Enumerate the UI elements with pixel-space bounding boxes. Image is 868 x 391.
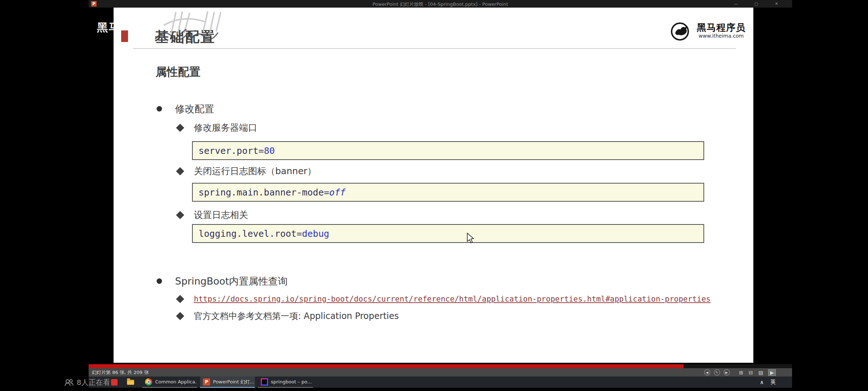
powerpoint-icon: P bbox=[203, 378, 210, 386]
previous-slide-button[interactable]: ◀ bbox=[704, 369, 710, 375]
slideshow-view-button[interactable]: ▶ bbox=[769, 370, 775, 375]
viewers-count: 8人正在看 bbox=[77, 378, 110, 387]
viewers-icon bbox=[64, 379, 74, 387]
code-value: off bbox=[329, 187, 345, 198]
red-app-icon[interactable] bbox=[111, 379, 118, 386]
mouse-cursor bbox=[467, 233, 476, 244]
tray-chevron-icon[interactable]: ∧ bbox=[760, 379, 764, 386]
item-label: 关闭运行日志图标（banner） bbox=[194, 165, 316, 177]
code-key: logging.level.root= bbox=[199, 228, 302, 239]
diamond-bullet-icon bbox=[176, 167, 184, 176]
slide-sorter-view-button[interactable]: ⊟ bbox=[749, 370, 753, 375]
code-value: debug bbox=[302, 228, 329, 239]
next-slide-button[interactable]: ▶ bbox=[724, 369, 730, 375]
item-label: 修改服务器端口 bbox=[194, 122, 257, 134]
bullet-icon bbox=[157, 106, 162, 112]
itheima-logo-icon bbox=[671, 22, 689, 41]
ime-indicator[interactable]: 英 bbox=[770, 379, 776, 386]
intellij-icon bbox=[261, 378, 268, 386]
diamond-bullet-icon bbox=[176, 312, 184, 320]
reading-view-button[interactable]: ▤ bbox=[758, 370, 763, 375]
code-snippet: logging.level.root=debug bbox=[192, 224, 704, 243]
brand-name: 黑马程序员 bbox=[692, 22, 750, 33]
diamond-bullet-icon bbox=[176, 295, 184, 303]
minimize-button[interactable]: — bbox=[731, 1, 741, 6]
code-key: spring.main.banner-mode= bbox=[199, 187, 329, 198]
code-value: 80 bbox=[264, 146, 275, 156]
restore-button[interactable]: ▢ bbox=[752, 1, 761, 6]
spring-docs-link[interactable]: https://docs.spring.io/spring-boot/docs/… bbox=[194, 294, 711, 304]
taskbar-app-label: springboot – po... bbox=[271, 379, 312, 384]
slideshow-progress-fill bbox=[89, 364, 684, 368]
pen-annotations bbox=[114, 8, 367, 55]
taskbar-app-intellij[interactable]: springboot – po... bbox=[258, 377, 313, 388]
code-snippet: server.port=80 bbox=[192, 141, 704, 160]
code-snippet: spring.main.banner-mode=off bbox=[192, 183, 704, 202]
viewers-overlay: 8人正在看 bbox=[64, 378, 110, 387]
diamond-bullet-icon bbox=[176, 211, 184, 219]
normal-view-button[interactable]: ⊞ bbox=[739, 370, 744, 375]
statusbar: 幻灯片第 86 张, 共 209 张 ◀ ✎ ▶ ⊞ ⊟ ▤ ▶ bbox=[89, 368, 792, 377]
taskbar-app-label: PowerPoint 幻灯... bbox=[213, 379, 254, 385]
recorded-screen: P PowerPoint 幻灯片放映 - [04-SpringBoot.pptx… bbox=[89, 0, 792, 388]
slide-counter: 幻灯片第 86 张, 共 209 张 bbox=[92, 369, 149, 376]
slide-canvas: 基础配置 黑马程序员 www.itheima.com 属性配置 修改配置 修改服… bbox=[114, 8, 753, 363]
taskbar: Common Applica... P PowerPoint 幻灯... spr… bbox=[89, 377, 792, 388]
window-title: PowerPoint 幻灯片放映 - [04-SpringBoot.pptx] … bbox=[89, 1, 792, 8]
taskbar-app-chrome[interactable]: Common Applica... bbox=[142, 377, 197, 388]
slide-subtitle: 属性配置 bbox=[156, 64, 200, 80]
close-button[interactable]: ✕ bbox=[772, 1, 781, 6]
section1-heading: 修改配置 bbox=[175, 102, 214, 115]
code-key: server.port= bbox=[199, 146, 264, 156]
doc-note: 官方文档中参考文档第一项: Application Properties bbox=[194, 310, 399, 322]
chrome-icon bbox=[145, 378, 152, 386]
diamond-bullet-icon bbox=[176, 124, 184, 132]
taskbar-app-label: Common Applica... bbox=[155, 379, 197, 384]
item-label: 设置日志相关 bbox=[194, 209, 248, 221]
pen-tool-button[interactable]: ✎ bbox=[714, 369, 720, 375]
taskbar-app-powerpoint[interactable]: P PowerPoint 幻灯... bbox=[200, 377, 255, 388]
bullet-icon bbox=[157, 278, 162, 284]
window-titlebar: P PowerPoint 幻灯片放映 - [04-SpringBoot.pptx… bbox=[89, 0, 792, 8]
itheima-logo: 黑马程序员 www.itheima.com bbox=[671, 22, 750, 41]
slideshow-progress-track bbox=[89, 364, 792, 368]
brand-site: www.itheima.com bbox=[692, 33, 750, 39]
file-explorer-icon[interactable] bbox=[127, 380, 134, 385]
section2-heading: SpringBoot内置属性查询 bbox=[175, 275, 288, 288]
